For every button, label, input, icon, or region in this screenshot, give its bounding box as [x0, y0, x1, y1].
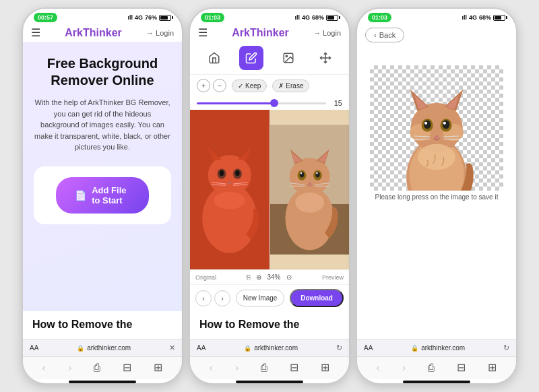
home-indicator-3	[403, 381, 470, 383]
back-nav-1[interactable]: ‹	[42, 362, 46, 374]
tool-home-2[interactable]	[202, 46, 226, 70]
hero-title-1: Free Background Remover Online	[34, 55, 171, 89]
url-text-2: arkthinker.com	[254, 344, 298, 352]
url-bar-3[interactable]: 🔒 arkthinker.com	[377, 344, 499, 352]
refresh-icon-3[interactable]: ↻	[503, 344, 509, 352]
status-bar-3: 01:03 ıll 4G 68%	[357, 9, 516, 24]
browser-bar-3: AA 🔒 arkthinker.com ↻	[357, 339, 516, 356]
zoom-in-btn-2[interactable]: +	[197, 79, 210, 92]
home-indicator-1	[69, 381, 136, 383]
nav-arrows-2: ‹ ›	[195, 290, 230, 306]
spacer-3	[357, 206, 516, 339]
forward-nav-2[interactable]: ›	[235, 362, 239, 374]
editor-canvas-2	[190, 110, 349, 269]
back-nav-2[interactable]: ‹	[210, 362, 213, 374]
tool-crop-2[interactable]	[313, 46, 338, 70]
browser-bar-2: AA 🔒 arkthinker.com ↻	[190, 339, 349, 356]
tabs-nav-3[interactable]: ⊞	[488, 361, 497, 374]
bookmarks-nav-1[interactable]: ⊟	[123, 361, 131, 374]
lock-icon-2: 🔒	[244, 345, 251, 352]
aa-text-2[interactable]: AA	[197, 344, 205, 352]
battery-fill-3	[495, 16, 501, 20]
bottom-nav-3: ‹ › ⎙ ⊟ ⊞	[357, 356, 516, 379]
status-icons-1: ıll 4G 76%	[127, 14, 171, 21]
logo-thinker-2: Thinker	[250, 27, 289, 38]
canvas-right-2	[270, 110, 350, 269]
tabs-nav-1[interactable]: ⊞	[154, 361, 162, 374]
edit-controls-2: + − ✓ Keep ✗ Erase	[190, 75, 349, 96]
battery-icon-3	[493, 15, 505, 21]
tool-edit-2[interactable]	[239, 46, 263, 70]
battery-fill-1	[160, 16, 168, 20]
keep-btn-2[interactable]: ✓ Keep	[232, 79, 267, 92]
undo-btn-2[interactable]: ‹	[195, 290, 212, 306]
zoom-fit-icon-2[interactable]: ⊙	[286, 273, 292, 281]
share-nav-1[interactable]: ⎙	[94, 362, 100, 374]
back-btn-3[interactable]: ‹ Back	[365, 28, 404, 42]
browser-bar-1: AA 🔒 arkthinker.com ✕	[23, 339, 182, 356]
forward-nav-1[interactable]: ›	[68, 362, 71, 374]
close-icon-1[interactable]: ✕	[169, 344, 175, 352]
logo-thinker-1: Thinker	[83, 27, 122, 38]
tool-image-2[interactable]	[276, 46, 300, 70]
erase-btn-2[interactable]: ✗ Erase	[272, 79, 309, 92]
editor-footer-2: Original ⎘ ⊕ 34% ⊙ Preview	[190, 269, 349, 284]
back-nav-3[interactable]: ‹	[377, 362, 380, 374]
login-btn-2[interactable]: → Login	[313, 29, 341, 37]
battery-fill-2	[327, 16, 334, 20]
back-label-3: Back	[379, 31, 395, 39]
zoom-icon-2[interactable]: ⊕	[256, 273, 261, 281]
zoom-out-btn-2[interactable]: −	[213, 79, 226, 92]
status-icons-3: ıll 4G 68%	[462, 14, 505, 21]
url-bar-2[interactable]: 🔒 arkthinker.com	[210, 344, 332, 352]
signal-type-1: 4G	[135, 14, 143, 21]
add-file-btn-1[interactable]: 📄 Add File to Start	[56, 177, 149, 214]
how-to-section-1: How to Remove the	[23, 311, 182, 339]
brush-slider-row-2: 15	[190, 96, 349, 110]
forward-nav-3[interactable]: ›	[402, 362, 406, 374]
download-btn-2[interactable]: Download	[290, 289, 344, 307]
svg-point-52	[424, 121, 427, 124]
menu-icon-1[interactable]: ☰	[31, 26, 40, 39]
status-bar-2: 01:03 ıll 4G 68%	[190, 9, 349, 24]
svg-point-6	[208, 155, 251, 195]
svg-point-59	[418, 143, 455, 169]
result-image-container-3	[357, 46, 516, 191]
login-label-2: Login	[323, 29, 341, 37]
share-nav-3[interactable]: ⎙	[428, 362, 435, 374]
bookmarks-nav-2[interactable]: ⊟	[290, 361, 298, 374]
svg-point-53	[443, 121, 446, 124]
copy-icon-2[interactable]: ⎘	[247, 273, 251, 281]
zoom-pct-2: 34%	[267, 273, 280, 281]
hero-subtitle-1: With the help of ArkThinker BG Remover, …	[34, 97, 171, 153]
logo-2: ArkThinker	[232, 27, 288, 39]
menu-icon-2[interactable]: ☰	[198, 26, 208, 39]
cat-result-image-3	[370, 65, 503, 172]
bookmarks-nav-3[interactable]: ⊟	[457, 361, 466, 374]
refresh-icon-2[interactable]: ↻	[336, 344, 342, 352]
slider-thumb-2[interactable]	[270, 99, 278, 107]
app-header-2: ☰ ArkThinker → Login	[190, 24, 349, 42]
login-label-1: Login	[156, 29, 174, 37]
slider-track-2[interactable]	[197, 102, 326, 104]
svg-point-22	[289, 158, 329, 196]
cat-result-svg-3	[377, 73, 497, 191]
url-text-1: arkthinker.com	[87, 344, 131, 352]
original-label-2: Original	[195, 274, 216, 281]
aa-text-1[interactable]: AA	[30, 344, 38, 352]
new-image-btn-2[interactable]: New Image	[236, 290, 285, 306]
home-indicator-2	[236, 381, 303, 383]
phone-3: 01:03 ıll 4G 68% ‹ Back	[356, 7, 517, 385]
how-to-section-2: How to Remove the	[190, 311, 349, 339]
aa-text-3[interactable]: AA	[364, 344, 373, 352]
svg-point-30	[315, 172, 319, 178]
redo-btn-2[interactable]: ›	[214, 290, 230, 306]
svg-point-1	[286, 55, 287, 57]
tabs-nav-2[interactable]: ⊞	[321, 361, 329, 374]
how-to-title-1: How to Remove the	[32, 318, 172, 332]
url-bar-1[interactable]: 🔒 arkthinker.com	[42, 344, 165, 352]
share-nav-2[interactable]: ⎙	[261, 362, 267, 374]
login-btn-1[interactable]: → Login	[146, 29, 174, 37]
time-badge-2: 01:03	[201, 13, 224, 22]
erase-label-2: Erase	[286, 82, 303, 90]
